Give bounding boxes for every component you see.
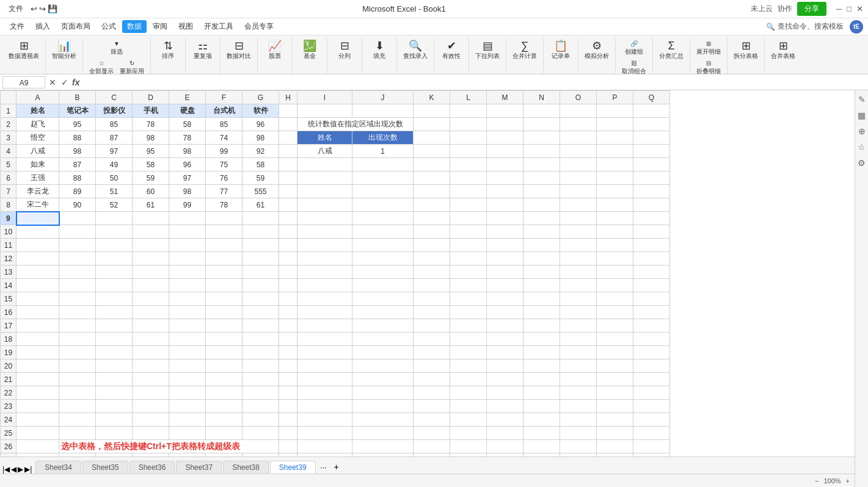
cell-N23[interactable] <box>523 400 560 413</box>
cell-M12[interactable] <box>487 252 523 265</box>
cell-I21[interactable] <box>297 373 352 386</box>
cell-G10[interactable] <box>243 225 279 239</box>
cell-I19[interactable] <box>297 346 352 359</box>
close-btn[interactable]: ✕ <box>856 4 863 13</box>
cell-K11[interactable] <box>414 239 450 252</box>
cell-B13[interactable] <box>59 265 96 279</box>
cell-D17[interactable] <box>133 319 169 333</box>
cell-N22[interactable] <box>523 386 560 400</box>
cell-M13[interactable] <box>487 265 523 279</box>
row-header-6[interactable]: 6 <box>1 171 16 185</box>
cell-M2[interactable] <box>487 118 523 131</box>
cell-C12[interactable] <box>96 252 133 265</box>
cell-N17[interactable] <box>523 319 560 333</box>
cell-C9[interactable] <box>96 212 133 225</box>
cell-K10[interactable] <box>414 225 450 239</box>
cell-L7[interactable] <box>450 185 487 198</box>
maximize-btn[interactable]: □ <box>847 4 852 13</box>
cell-B5[interactable]: 87 <box>59 158 96 171</box>
cell-H20[interactable] <box>279 359 297 373</box>
cell-A11[interactable] <box>16 239 59 252</box>
cell-O25[interactable] <box>560 427 597 440</box>
cell-G27[interactable] <box>243 453 279 457</box>
cell-A16[interactable] <box>16 306 59 319</box>
sheet-tab-34[interactable]: Sheet34 <box>35 461 81 474</box>
sheet-tab-36[interactable]: Sheet36 <box>129 461 175 474</box>
merge-table-btn[interactable]: ⊞ 合并表格 <box>768 39 798 62</box>
split-table-btn[interactable]: ⊞ 拆分表格 <box>731 39 760 62</box>
cell-C1[interactable]: 投影仪 <box>96 104 133 118</box>
cell-J27[interactable] <box>352 453 414 457</box>
col-header-P[interactable]: P <box>597 91 633 104</box>
cell-G23[interactable] <box>243 400 279 413</box>
cell-A24[interactable] <box>16 413 59 427</box>
cell-B26[interactable]: 选中表格，然后快捷键Ctrl+T把表格转成超级表 <box>59 440 279 453</box>
cell-O4[interactable] <box>560 145 597 158</box>
cell-J12[interactable] <box>352 252 414 265</box>
cell-H5[interactable] <box>279 158 297 171</box>
cell-D22[interactable] <box>133 386 169 400</box>
cell-E11[interactable] <box>169 239 206 252</box>
cell-K20[interactable] <box>414 359 450 373</box>
cell-C14[interactable] <box>96 279 133 292</box>
cell-H23[interactable] <box>279 400 297 413</box>
cell-P26[interactable] <box>597 440 633 453</box>
cell-G21[interactable] <box>243 373 279 386</box>
cell-H24[interactable] <box>279 413 297 427</box>
cell-H18[interactable] <box>279 333 297 346</box>
cell-A12[interactable] <box>16 252 59 265</box>
cell-Q5[interactable] <box>633 158 670 171</box>
cell-N3[interactable] <box>523 131 560 145</box>
cell-N20[interactable] <box>523 359 560 373</box>
cell-D11[interactable] <box>133 239 169 252</box>
cell-E18[interactable] <box>169 333 206 346</box>
cell-I12[interactable] <box>297 252 352 265</box>
cell-F6[interactable]: 76 <box>206 171 243 185</box>
cell-G24[interactable] <box>243 413 279 427</box>
cell-N11[interactable] <box>523 239 560 252</box>
cell-C21[interactable] <box>96 373 133 386</box>
col-header-I[interactable]: I <box>297 91 352 104</box>
cell-H25[interactable] <box>279 427 297 440</box>
cell-F24[interactable] <box>206 413 243 427</box>
menu-item-view[interactable]: 视图 <box>173 20 198 33</box>
cell-A2[interactable]: 赵飞 <box>16 118 59 131</box>
cell-J21[interactable] <box>352 373 414 386</box>
cell-M26[interactable] <box>487 440 523 453</box>
cell-I17[interactable] <box>297 319 352 333</box>
last-tab-btn[interactable]: ▶| <box>24 465 32 474</box>
cell-E3[interactable]: 78 <box>169 131 206 145</box>
cell-E21[interactable] <box>169 373 206 386</box>
cell-N12[interactable] <box>523 252 560 265</box>
cell-C11[interactable] <box>96 239 133 252</box>
share-button[interactable]: 分享 <box>797 2 826 16</box>
cell-M16[interactable] <box>487 306 523 319</box>
row-header-3[interactable]: 3 <box>1 131 16 145</box>
cell-F2[interactable]: 85 <box>206 118 243 131</box>
cell-Q3[interactable] <box>633 131 670 145</box>
cell-J9[interactable] <box>352 212 414 225</box>
cell-F3[interactable]: 74 <box>206 131 243 145</box>
cell-A27[interactable] <box>16 453 59 457</box>
next-tab-btn[interactable]: ▶ <box>18 465 23 474</box>
cell-P21[interactable] <box>597 373 633 386</box>
cell-F11[interactable] <box>206 239 243 252</box>
cell-D4[interactable]: 95 <box>133 145 169 158</box>
row-header-20[interactable]: 20 <box>1 359 16 373</box>
fill-btn[interactable]: ⬇ 填充 <box>366 39 393 62</box>
cell-G9[interactable] <box>243 212 279 225</box>
cell-J19[interactable] <box>352 346 414 359</box>
cell-B1[interactable]: 笔记本 <box>59 104 96 118</box>
col-header-D[interactable]: D <box>133 91 169 104</box>
cell-L23[interactable] <box>450 400 487 413</box>
cell-F18[interactable] <box>206 333 243 346</box>
cell-E2[interactable]: 58 <box>169 118 206 131</box>
cell-P20[interactable] <box>597 359 633 373</box>
cell-B27[interactable] <box>59 453 96 457</box>
cell-J23[interactable] <box>352 400 414 413</box>
cell-A17[interactable] <box>16 319 59 333</box>
cell-E6[interactable]: 97 <box>169 171 206 185</box>
cell-J6[interactable] <box>352 171 414 185</box>
cell-J26[interactable] <box>352 440 414 453</box>
cell-F16[interactable] <box>206 306 243 319</box>
